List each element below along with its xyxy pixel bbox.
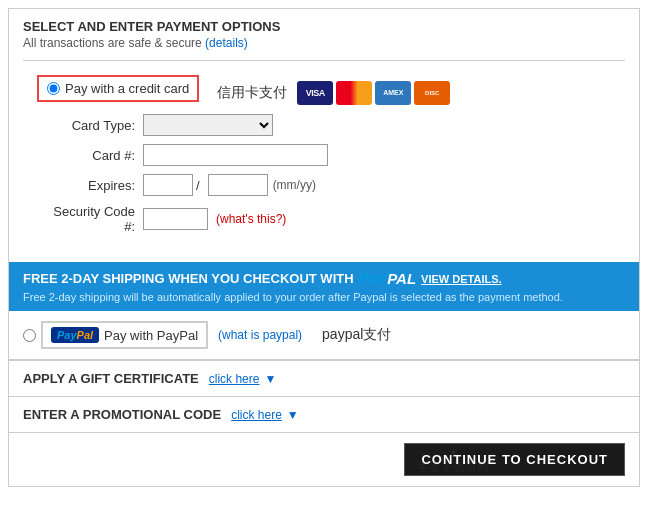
paypal-banner-prefix: FREE 2-DAY SHIPPING WHEN YOU CHECKOUT WI…: [23, 271, 354, 286]
paypal-button-logo: PayPal: [51, 327, 99, 343]
paypal-chinese-label: paypal支付: [322, 326, 391, 344]
amex-icon: AMEX: [375, 81, 411, 105]
visa-icon: VISA: [297, 81, 333, 105]
card-number-input[interactable]: [143, 144, 328, 166]
card-icons-container: VISA AMEX DISC: [297, 81, 450, 105]
paypal-banner-subtext: Free 2-day shipping will be automaticall…: [23, 291, 625, 303]
promo-code-label: ENTER A PROMOTIONAL CODE: [23, 407, 221, 422]
paypal-banner-top: FREE 2-DAY SHIPPING WHEN YOU CHECKOUT WI…: [23, 270, 625, 287]
promo-code-section: ENTER A PROMOTIONAL CODE click here ▼: [9, 396, 639, 432]
promo-code-arrow: ▼: [287, 408, 299, 422]
promo-code-click-here[interactable]: click here: [231, 408, 282, 422]
security-label: Security Code #:: [43, 204, 143, 234]
credit-card-radio[interactable]: [47, 82, 60, 95]
what-is-paypal-link[interactable]: (what is paypal): [218, 328, 302, 342]
credit-card-option-box: Pay with a credit card: [37, 75, 199, 102]
gift-certificate-section: APPLY A GIFT CERTIFICATE click here ▼: [9, 360, 639, 396]
card-type-select[interactable]: Visa MasterCard American Express Discove…: [143, 114, 273, 136]
expire-format: (mm/yy): [273, 178, 316, 192]
page-title: SELECT AND ENTER PAYMENT OPTIONS: [23, 19, 625, 34]
paypal-view-details-link[interactable]: VIEW DETAILS.: [421, 273, 501, 285]
card-number-label: Card #:: [43, 148, 143, 163]
security-row: Security Code #: (what's this?): [23, 204, 625, 234]
whats-this-link[interactable]: (what's this?): [216, 212, 286, 226]
mastercard-icon: [336, 81, 372, 105]
watermark: ★手里走远沿网: [417, 445, 489, 476]
expires-row: Expires: / (mm/yy): [23, 174, 625, 196]
page-subtitle: All transactions are safe & secure (deta…: [23, 36, 625, 50]
security-input[interactable]: [143, 208, 208, 230]
footer: ★手里走远沿网 CONTINUE TO CHECKOUT: [9, 432, 639, 486]
gift-certificate-header[interactable]: APPLY A GIFT CERTIFICATE click here ▼: [23, 371, 625, 386]
paypal-option-box: PayPal Pay with PayPal: [41, 321, 208, 349]
paypal-option-row: PayPal Pay with PayPal (what is paypal) …: [9, 311, 639, 360]
card-number-row: Card #:: [23, 144, 625, 166]
paypal-banner-logo: PayPal: [359, 270, 417, 287]
paypal-banner: FREE 2-DAY SHIPPING WHEN YOU CHECKOUT WI…: [9, 262, 639, 311]
credit-card-chinese-label: 信用卡支付: [217, 84, 287, 102]
promo-code-header[interactable]: ENTER A PROMOTIONAL CODE click here ▼: [23, 407, 625, 422]
gift-certificate-click-here[interactable]: click here: [209, 372, 260, 386]
expire-year-input[interactable]: [208, 174, 268, 196]
credit-card-label: Pay with a credit card: [65, 81, 189, 96]
details-link[interactable]: (details): [205, 36, 248, 50]
paypal-label: Pay with PayPal: [104, 328, 198, 343]
expire-month-input[interactable]: [143, 174, 193, 196]
paypal-radio[interactable]: [23, 329, 36, 342]
card-type-label: Card Type:: [43, 118, 143, 133]
discover-icon: DISC: [414, 81, 450, 105]
expires-label: Expires:: [43, 178, 143, 193]
gift-certificate-label: APPLY A GIFT CERTIFICATE: [23, 371, 199, 386]
gift-certificate-arrow: ▼: [264, 372, 276, 386]
card-type-row: Card Type: Visa MasterCard American Expr…: [23, 114, 625, 136]
